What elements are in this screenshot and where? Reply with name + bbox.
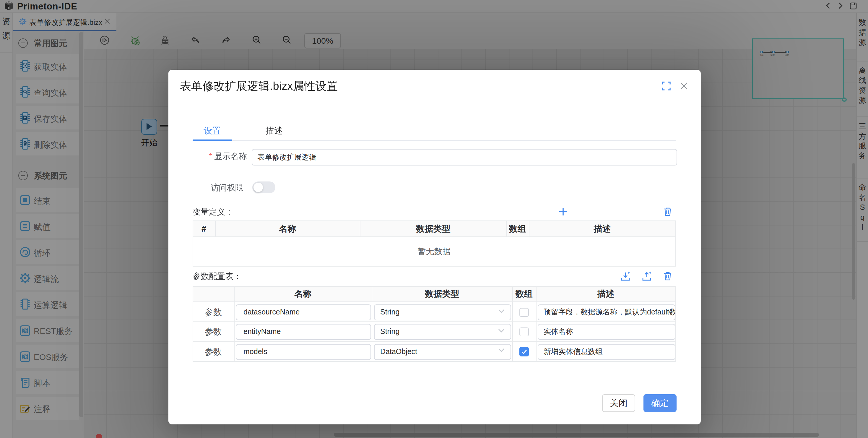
svg-text:E: E (24, 354, 27, 359)
svg-text:R: R (24, 328, 26, 333)
